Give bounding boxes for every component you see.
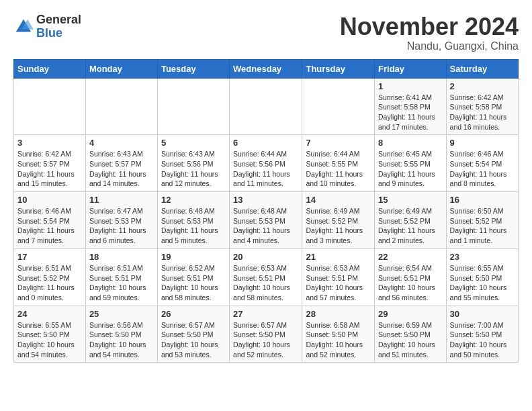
day-info: Sunrise: 6:42 AM Sunset: 5:58 PM Dayligh…: [450, 93, 515, 132]
logo: General Blue: [13, 13, 81, 40]
day-of-week-header: Thursday: [302, 59, 375, 78]
day-of-week-header: Friday: [375, 59, 447, 78]
day-number: 5: [161, 138, 226, 148]
calendar-cell: 3Sunrise: 6:42 AM Sunset: 5:57 PM Daylig…: [14, 135, 86, 192]
day-number: 6: [233, 138, 298, 148]
calendar-cell: 13Sunrise: 6:48 AM Sunset: 5:53 PM Dayli…: [230, 192, 302, 249]
day-info: Sunrise: 6:57 AM Sunset: 5:50 PM Dayligh…: [161, 320, 226, 360]
calendar-cell: 29Sunrise: 6:59 AM Sunset: 5:50 PM Dayli…: [375, 306, 447, 363]
day-number: 25: [89, 309, 154, 319]
calendar-week-row: 10Sunrise: 6:46 AM Sunset: 5:54 PM Dayli…: [14, 192, 519, 249]
calendar-cell: 1Sunrise: 6:41 AM Sunset: 5:58 PM Daylig…: [375, 78, 447, 135]
day-number: 9: [450, 138, 515, 148]
day-info: Sunrise: 6:50 AM Sunset: 5:52 PM Dayligh…: [450, 206, 515, 246]
day-number: 8: [378, 138, 443, 148]
day-info: Sunrise: 6:46 AM Sunset: 5:54 PM Dayligh…: [450, 149, 515, 189]
calendar-cell: 8Sunrise: 6:45 AM Sunset: 5:55 PM Daylig…: [375, 135, 447, 192]
day-number: 21: [306, 252, 371, 262]
calendar-cell: 16Sunrise: 6:50 AM Sunset: 5:52 PM Dayli…: [446, 192, 518, 249]
calendar-cell: [230, 78, 302, 135]
location: Nandu, Guangxi, China: [340, 40, 519, 52]
day-number: 27: [233, 309, 298, 319]
day-number: 13: [233, 195, 298, 205]
day-of-week-header: Saturday: [446, 59, 518, 78]
calendar-cell: 10Sunrise: 6:46 AM Sunset: 5:54 PM Dayli…: [14, 192, 86, 249]
calendar-cell: 27Sunrise: 6:57 AM Sunset: 5:50 PM Dayli…: [230, 306, 302, 363]
day-number: 20: [233, 252, 298, 262]
calendar-cell: 28Sunrise: 6:58 AM Sunset: 5:50 PM Dayli…: [302, 306, 375, 363]
day-info: Sunrise: 6:59 AM Sunset: 5:50 PM Dayligh…: [378, 320, 443, 360]
title-area: November 2024 Nandu, Guangxi, China: [340, 13, 519, 52]
day-info: Sunrise: 6:52 AM Sunset: 5:51 PM Dayligh…: [161, 263, 226, 303]
calendar-cell: 4Sunrise: 6:43 AM Sunset: 5:57 PM Daylig…: [85, 135, 157, 192]
calendar-cell: 20Sunrise: 6:53 AM Sunset: 5:51 PM Dayli…: [230, 248, 302, 306]
calendar-cell: 14Sunrise: 6:49 AM Sunset: 5:52 PM Dayli…: [302, 192, 375, 249]
calendar-cell: 21Sunrise: 6:53 AM Sunset: 5:51 PM Dayli…: [302, 248, 375, 306]
day-number: 12: [161, 195, 226, 205]
day-number: 29: [378, 309, 443, 319]
day-info: Sunrise: 7:00 AM Sunset: 5:50 PM Dayligh…: [450, 320, 515, 360]
day-info: Sunrise: 6:43 AM Sunset: 5:57 PM Dayligh…: [89, 149, 154, 189]
page-header: General Blue November 2024 Nandu, Guangx…: [13, 13, 519, 52]
day-info: Sunrise: 6:51 AM Sunset: 5:51 PM Dayligh…: [89, 263, 154, 303]
calendar-week-row: 24Sunrise: 6:55 AM Sunset: 5:50 PM Dayli…: [14, 306, 519, 363]
calendar-cell: 25Sunrise: 6:56 AM Sunset: 5:50 PM Dayli…: [85, 306, 157, 363]
calendar-cell: 9Sunrise: 6:46 AM Sunset: 5:54 PM Daylig…: [446, 135, 518, 192]
calendar-cell: 7Sunrise: 6:44 AM Sunset: 5:55 PM Daylig…: [302, 135, 375, 192]
day-info: Sunrise: 6:56 AM Sunset: 5:50 PM Dayligh…: [89, 320, 154, 360]
day-of-week-header: Sunday: [14, 59, 86, 78]
day-number: 18: [89, 252, 154, 262]
day-info: Sunrise: 6:48 AM Sunset: 5:53 PM Dayligh…: [233, 206, 298, 246]
calendar-week-row: 1Sunrise: 6:41 AM Sunset: 5:58 PM Daylig…: [14, 78, 519, 135]
day-info: Sunrise: 6:51 AM Sunset: 5:52 PM Dayligh…: [17, 263, 82, 303]
day-info: Sunrise: 6:45 AM Sunset: 5:55 PM Dayligh…: [378, 149, 443, 189]
calendar-cell: 26Sunrise: 6:57 AM Sunset: 5:50 PM Dayli…: [157, 306, 229, 363]
day-number: 30: [450, 309, 515, 319]
calendar-cell: 2Sunrise: 6:42 AM Sunset: 5:58 PM Daylig…: [446, 78, 518, 135]
calendar-cell: 22Sunrise: 6:54 AM Sunset: 5:51 PM Dayli…: [375, 248, 447, 306]
calendar-cell: 12Sunrise: 6:48 AM Sunset: 5:53 PM Dayli…: [157, 192, 229, 249]
day-number: 28: [306, 309, 371, 319]
day-info: Sunrise: 6:49 AM Sunset: 5:52 PM Dayligh…: [306, 206, 371, 246]
day-number: 22: [378, 252, 443, 262]
day-number: 7: [306, 138, 371, 148]
day-info: Sunrise: 6:43 AM Sunset: 5:56 PM Dayligh…: [161, 149, 226, 189]
day-number: 2: [450, 81, 515, 91]
day-number: 3: [17, 138, 82, 148]
day-number: 16: [450, 195, 515, 205]
day-info: Sunrise: 6:44 AM Sunset: 5:55 PM Dayligh…: [306, 149, 371, 189]
calendar-week-row: 17Sunrise: 6:51 AM Sunset: 5:52 PM Dayli…: [14, 248, 519, 306]
logo-icon: [13, 17, 34, 37]
day-info: Sunrise: 6:46 AM Sunset: 5:54 PM Dayligh…: [17, 206, 82, 246]
calendar-cell: 19Sunrise: 6:52 AM Sunset: 5:51 PM Dayli…: [157, 248, 229, 306]
calendar-week-row: 3Sunrise: 6:42 AM Sunset: 5:57 PM Daylig…: [14, 135, 519, 192]
day-number: 14: [306, 195, 371, 205]
calendar-cell: 30Sunrise: 7:00 AM Sunset: 5:50 PM Dayli…: [446, 306, 518, 363]
day-info: Sunrise: 6:42 AM Sunset: 5:57 PM Dayligh…: [17, 149, 82, 189]
day-number: 4: [89, 138, 154, 148]
calendar-cell: [85, 78, 157, 135]
calendar-header-row: SundayMondayTuesdayWednesdayThursdayFrid…: [14, 59, 519, 78]
day-of-week-header: Monday: [85, 59, 157, 78]
calendar-table: SundayMondayTuesdayWednesdayThursdayFrid…: [13, 59, 519, 363]
calendar-cell: 6Sunrise: 6:44 AM Sunset: 5:56 PM Daylig…: [230, 135, 302, 192]
calendar-cell: 15Sunrise: 6:49 AM Sunset: 5:52 PM Dayli…: [375, 192, 447, 249]
day-info: Sunrise: 6:53 AM Sunset: 5:51 PM Dayligh…: [306, 263, 371, 303]
calendar-cell: 18Sunrise: 6:51 AM Sunset: 5:51 PM Dayli…: [85, 248, 157, 306]
calendar-cell: [157, 78, 229, 135]
logo-general: General: [36, 13, 81, 26]
day-number: 17: [17, 252, 82, 262]
day-number: 11: [89, 195, 154, 205]
day-number: 19: [161, 252, 226, 262]
day-info: Sunrise: 6:57 AM Sunset: 5:50 PM Dayligh…: [233, 320, 298, 360]
calendar-cell: [302, 78, 375, 135]
calendar-cell: 23Sunrise: 6:55 AM Sunset: 5:50 PM Dayli…: [446, 248, 518, 306]
logo-text: General Blue: [36, 13, 81, 40]
day-info: Sunrise: 6:54 AM Sunset: 5:51 PM Dayligh…: [378, 263, 443, 303]
day-number: 26: [161, 309, 226, 319]
day-info: Sunrise: 6:44 AM Sunset: 5:56 PM Dayligh…: [233, 149, 298, 189]
calendar-cell: 11Sunrise: 6:47 AM Sunset: 5:53 PM Dayli…: [85, 192, 157, 249]
day-number: 1: [378, 81, 443, 91]
day-info: Sunrise: 6:58 AM Sunset: 5:50 PM Dayligh…: [306, 320, 371, 360]
day-of-week-header: Tuesday: [157, 59, 229, 78]
